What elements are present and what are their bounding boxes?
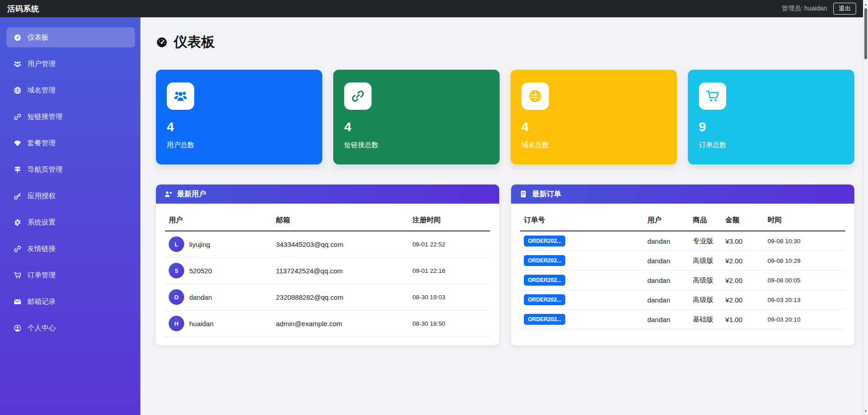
order-time: 09-08 00:05 <box>764 271 845 290</box>
admin-label: 管理员: huaidan <box>781 5 827 13</box>
scrollbar-thumb[interactable] <box>864 8 867 59</box>
stat-card-users: 4 用户总数 <box>156 70 322 164</box>
globe-icon <box>528 89 542 103</box>
app-title: 活码系统 <box>7 4 39 14</box>
order-product: 高级版 <box>689 271 722 290</box>
stat-value: 4 <box>167 121 311 133</box>
user-name: huaidan <box>189 320 213 328</box>
sidebar-item-label: 个人中心 <box>27 323 56 333</box>
panel-title: 最新订单 <box>532 190 561 199</box>
column-header: 邮箱 <box>272 209 408 231</box>
scroll-up-arrow[interactable]: ▲ <box>863 1 868 7</box>
column-header: 注册时间 <box>409 209 490 231</box>
stat-label: 用户总数 <box>167 141 311 149</box>
sidebar-item-label: 仪表板 <box>27 33 49 42</box>
sidebar-item-domain-management[interactable]: 域名管理 <box>6 80 135 100</box>
gear-icon <box>14 219 21 226</box>
table-row: 5 520520 1137242524@qq.com 09-01 22:16 <box>165 257 490 284</box>
table-row: D dandan 2320888282@qq.com 08-30 19:03 <box>165 284 490 310</box>
latest-users-panel: 最新用户 用户 邮箱 注册时间 <box>156 184 499 345</box>
sidebar-item-system-settings[interactable]: 系统设置 <box>6 212 135 232</box>
user-name: liyujing <box>189 241 210 248</box>
stat-value: 9 <box>699 121 843 133</box>
order-amount: ¥2.00 <box>722 290 764 310</box>
sidebar-item-label: 友情链接 <box>27 244 56 254</box>
envelope-icon <box>14 298 21 306</box>
sidebar-item-label: 套餐管理 <box>27 138 56 148</box>
order-number-badge: ORDER202... <box>524 275 565 286</box>
sidebar-item-email-records[interactable]: 邮箱记录 <box>6 292 135 312</box>
page-title: 仪表板 <box>174 33 215 51</box>
sidebar-item-label: 域名管理 <box>27 86 56 95</box>
avatar: L <box>169 236 184 252</box>
order-user: dandan <box>644 251 689 271</box>
column-header: 订单号 <box>520 209 644 231</box>
order-user: dandan <box>644 231 689 251</box>
top-navbar: 活码系统 管理员: huaidan 退出 <box>0 0 868 17</box>
sidebar-item-label: 系统设置 <box>27 218 56 227</box>
user-circle-icon <box>14 324 21 332</box>
user-email: admin@example.com <box>272 310 408 337</box>
link-icon <box>14 245 21 253</box>
sidebar-item-plan-management[interactable]: 套餐管理 <box>6 133 135 153</box>
cart-icon <box>14 272 21 279</box>
sidebar-item-user-management[interactable]: 用户管理 <box>6 54 135 74</box>
gauge-icon <box>14 34 21 41</box>
sidebar-item-label: 短链接管理 <box>27 112 63 122</box>
sidebar-item-label: 邮箱记录 <box>27 297 56 307</box>
user-name: 520520 <box>189 267 212 275</box>
cart-icon <box>706 89 719 103</box>
stat-label: 短链接总数 <box>344 141 489 149</box>
user-email: 2320888282@qq.com <box>272 284 408 310</box>
vertical-scrollbar[interactable]: ▲ ▼ <box>863 0 868 415</box>
order-number-badge: ORDER202... <box>524 314 565 325</box>
order-number-badge: ORDER202... <box>524 294 565 305</box>
register-time: 09-01 22:16 <box>409 257 490 284</box>
sidebar-item-label: 订单管理 <box>27 271 56 280</box>
sidebar-item-dashboard[interactable]: 仪表板 <box>6 27 135 47</box>
dashboard-icon <box>156 36 168 48</box>
column-header: 用户 <box>165 209 272 231</box>
column-header: 用户 <box>644 209 689 231</box>
table-row: L liyujing 3433445203@qq.com 09-01 22:52 <box>165 231 490 257</box>
key-icon <box>14 192 21 200</box>
sidebar-item-app-authorization[interactable]: 应用授权 <box>6 186 135 206</box>
order-amount: ¥2.00 <box>722 271 764 290</box>
link-icon <box>351 89 365 103</box>
stat-cards-row: 4 用户总数 4 短链接总数 4 域名总数 9 <box>156 70 854 164</box>
logout-button[interactable]: 退出 <box>833 3 856 15</box>
stat-value: 4 <box>522 121 666 133</box>
sidebar-item-order-management[interactable]: 订单管理 <box>6 265 135 285</box>
avatar: 5 <box>169 263 184 278</box>
sidebar-item-friend-links[interactable]: 友情链接 <box>6 239 135 259</box>
order-number-badge: ORDER202... <box>524 255 565 266</box>
order-amount: ¥3.00 <box>722 231 764 251</box>
sidebar: 仪表板 用户管理 域名管理 短链接管理 套餐管理 导航页管理 应用授权 系统设 <box>0 17 140 415</box>
sidebar-item-shortlink-management[interactable]: 短链接管理 <box>6 107 135 127</box>
order-time: 09-03 20:13 <box>764 290 845 310</box>
avatar: H <box>169 316 184 331</box>
sidebar-item-label: 导航页管理 <box>27 165 63 174</box>
order-user: dandan <box>644 271 689 290</box>
table-row: ORDER202... dandan 高级版 ¥2.00 09-08 00:05 <box>520 271 845 290</box>
order-product: 高级版 <box>689 251 722 271</box>
order-amount: ¥2.00 <box>722 251 764 271</box>
stat-label: 订单总数 <box>699 141 843 149</box>
order-product: 高级版 <box>689 290 722 310</box>
sidebar-item-navpage-management[interactable]: 导航页管理 <box>6 159 135 179</box>
column-header: 商品 <box>689 209 722 231</box>
table-row: H huaidan admin@example.com 08-30 18:50 <box>165 310 490 337</box>
sidebar-item-personal-center[interactable]: 个人中心 <box>6 318 135 338</box>
sidebar-item-label: 应用授权 <box>27 191 56 201</box>
map-signs-icon <box>14 166 21 174</box>
stat-card-orders: 9 订单总数 <box>688 70 854 164</box>
user-email: 1137242524@qq.com <box>272 257 408 284</box>
register-time: 08-30 19:03 <box>409 284 490 310</box>
column-header: 金额 <box>722 209 764 231</box>
order-user: dandan <box>644 310 689 329</box>
scroll-down-arrow[interactable]: ▼ <box>863 408 868 414</box>
main-content: 仪表板 4 用户总数 4 短链接总数 4 <box>140 17 868 415</box>
user-email: 3433445203@qq.com <box>272 231 408 257</box>
latest-orders-panel: 最新订单 订单号 用户 商品 金额 时间 <box>511 184 854 345</box>
stat-label: 域名总数 <box>522 141 666 149</box>
